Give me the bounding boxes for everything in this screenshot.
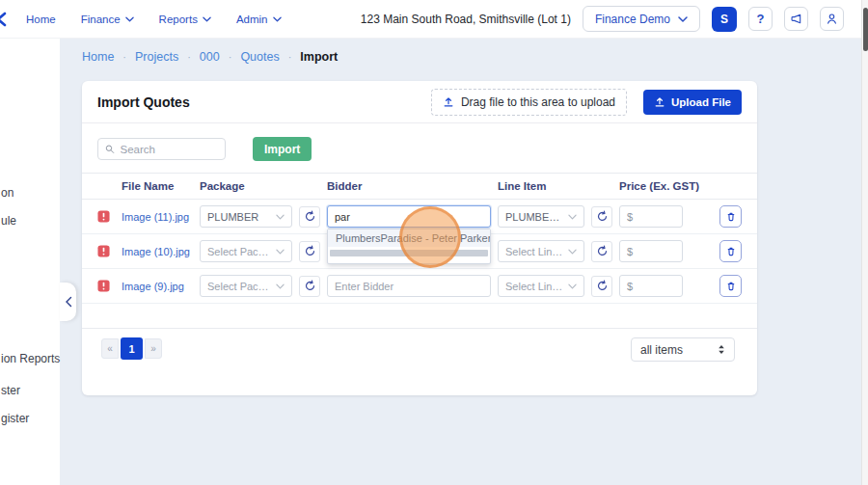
line-item-select-value: Select Line Item [505, 246, 564, 257]
file-name-link[interactable]: Image (10).jpg [122, 246, 193, 257]
help-button[interactable]: ? [748, 7, 773, 31]
refresh-icon [596, 210, 609, 223]
chevron-down-icon [568, 283, 577, 289]
top-navigation-bar: Home Finance Reports Admin 123 Main Sout… [0, 0, 861, 39]
breadcrumb-home[interactable]: Home [82, 50, 114, 64]
file-name-link[interactable]: Image (11).jpg [122, 211, 193, 223]
app-screen: Home Finance Reports Admin 123 Main Sout… [0, 0, 868, 485]
bidder-input[interactable] [327, 275, 491, 297]
chevron-down-icon [273, 16, 282, 22]
nav-admin[interactable]: Admin [236, 13, 282, 25]
breadcrumb: Home · Projects · 000 · Quotes · Import [82, 50, 338, 64]
refresh-package-button[interactable] [299, 276, 320, 297]
line-item-select[interactable]: Select Line Item [498, 275, 584, 297]
refresh-line-item-button[interactable] [591, 241, 612, 262]
line-item-select[interactable]: Select Line Item [498, 240, 584, 262]
card-divider [82, 328, 757, 329]
refresh-icon [304, 280, 316, 292]
refresh-icon [304, 210, 316, 223]
import-quotes-card: Import Quotes Drag file to this area to … [82, 81, 757, 395]
search-icon [105, 144, 115, 154]
app-logo-partial[interactable] [0, 12, 7, 27]
column-price: Price (Ex. GST) [619, 180, 683, 192]
page-title: Import Quotes [97, 94, 190, 110]
dropdown-horizontal-scrollbar[interactable] [330, 250, 488, 256]
upload-icon [654, 96, 665, 108]
project-address: 123 Main South Road, Smithsville (Lot 1) [361, 13, 571, 26]
items-per-page-select[interactable]: all items [631, 337, 735, 362]
chevron-left-icon [65, 296, 72, 308]
sidebar-item-truncated-4[interactable]: ster [1, 384, 20, 397]
breadcrumb-quotes[interactable]: Quotes [240, 50, 279, 64]
package-select-value: Select Package [207, 246, 272, 257]
chevron-down-icon [678, 16, 688, 22]
column-file-name: File Name [122, 180, 193, 192]
nav-finance[interactable]: Finance [81, 13, 134, 25]
upload-file-label: Upload File [671, 96, 731, 108]
profile-button[interactable] [820, 7, 844, 31]
table-row: Image (9).jpg Select Package Select Line… [82, 269, 757, 304]
refresh-icon [596, 280, 609, 292]
price-input[interactable] [619, 275, 683, 297]
refresh-line-item-button[interactable] [591, 206, 612, 228]
sidebar-item-truncated-5[interactable]: gister [1, 412, 29, 425]
sidebar-collapse-toggle[interactable] [60, 283, 76, 321]
chevron-down-icon [203, 16, 211, 22]
announcements-button[interactable] [784, 7, 808, 31]
pagination-page-1-button[interactable]: 1 [121, 337, 143, 360]
price-input[interactable] [619, 240, 683, 262]
avatar-button[interactable]: S [712, 7, 737, 32]
pagination-next-button[interactable]: » [145, 338, 162, 359]
breadcrumb-separator: · [288, 51, 292, 63]
chevron-down-icon [568, 214, 577, 220]
pagination-prev-button[interactable]: « [101, 338, 119, 359]
refresh-icon [304, 245, 316, 257]
table-header-row: File Name Package Bidder Line Item Price… [82, 174, 757, 200]
bidder-suggestion-option[interactable]: PlumbersParadise - Peter Parker [328, 229, 490, 247]
page-scrollbar[interactable] [861, 0, 868, 485]
sidebar-item-truncated-3[interactable]: ion Reports [1, 352, 60, 365]
breadcrumb-separator: · [187, 51, 191, 63]
upload-icon [443, 96, 454, 108]
card-toolbar: Import [97, 137, 742, 161]
refresh-package-button[interactable] [299, 241, 320, 262]
package-select[interactable]: Select Package [200, 275, 292, 297]
main-nav: Home Finance Reports Admin [26, 13, 282, 25]
org-selector-label: Finance Demo [595, 13, 670, 26]
nav-home[interactable]: Home [26, 13, 56, 25]
import-button[interactable]: Import [253, 137, 312, 161]
sidebar-item-truncated-2[interactable]: ule [1, 214, 16, 228]
file-name-link[interactable]: Image (9).jpg [122, 281, 193, 292]
delete-row-button[interactable] [719, 205, 742, 228]
column-package: Package [200, 180, 292, 192]
pagination: « 1 » [101, 337, 162, 360]
package-select[interactable]: Select Package [200, 240, 292, 262]
package-select[interactable]: PLUMBER [200, 205, 292, 228]
bidder-input[interactable] [327, 205, 491, 228]
sort-updown-icon [718, 344, 725, 355]
price-input[interactable] [619, 205, 683, 228]
search-input[interactable] [121, 144, 218, 155]
chevron-down-icon [568, 249, 577, 255]
breadcrumb-project-000[interactable]: 000 [200, 50, 220, 64]
search-box [97, 138, 226, 160]
org-selector[interactable]: Finance Demo [583, 6, 700, 32]
trash-icon [725, 211, 737, 223]
sidebar-item-truncated-1[interactable]: on [1, 186, 14, 200]
chevron-down-icon [276, 214, 285, 220]
package-select-value: PLUMBER [207, 211, 258, 223]
breadcrumb-projects[interactable]: Projects [135, 50, 178, 64]
line-item-select[interactable]: PLUMBER - Un... [498, 205, 584, 228]
drag-file-dropzone[interactable]: Drag file to this area to upload [431, 89, 627, 116]
nav-reports[interactable]: Reports [159, 13, 211, 25]
scrollbar-thumb[interactable] [863, 8, 868, 51]
delete-row-button[interactable] [719, 240, 742, 262]
breadcrumb-separator: · [122, 51, 126, 63]
refresh-line-item-button[interactable] [591, 276, 612, 297]
card-header: Import Quotes Drag file to this area to … [82, 81, 757, 123]
nav-home-label: Home [26, 13, 56, 25]
person-icon [826, 13, 838, 25]
delete-row-button[interactable] [719, 275, 742, 297]
refresh-package-button[interactable] [299, 206, 320, 228]
upload-file-button[interactable]: Upload File [643, 90, 742, 115]
